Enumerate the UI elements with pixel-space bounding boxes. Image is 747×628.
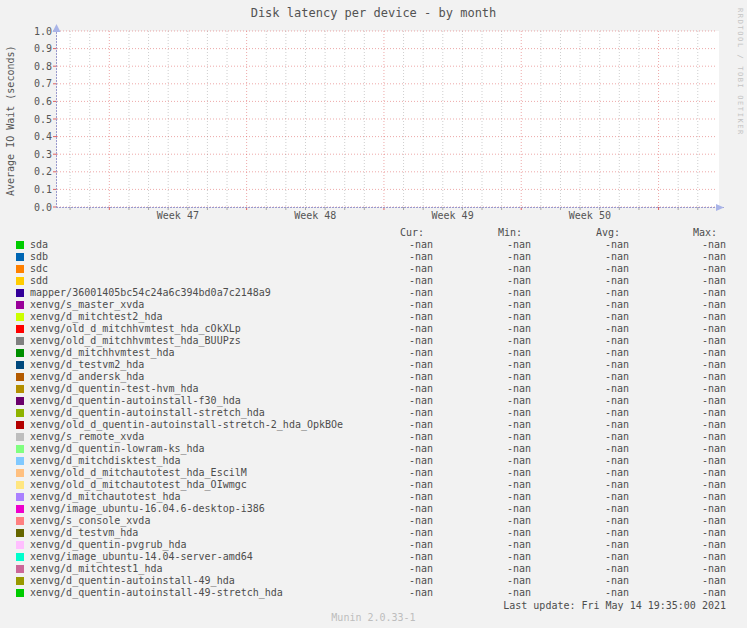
y-axis-arrow-icon bbox=[53, 24, 61, 32]
series-color-swatch bbox=[16, 589, 24, 597]
series-max-value: -nan bbox=[606, 407, 726, 419]
series-color-swatch bbox=[16, 265, 24, 273]
series-max-value: -nan bbox=[606, 563, 726, 575]
legend-row: xenvg/d_mitchhvmtest_hda -nan -nan -nan … bbox=[0, 347, 747, 359]
legend-row: xenvg/old_d_mitchautotest_hda_EscilM -na… bbox=[0, 467, 747, 479]
legend-row: xenvg/d_testvm2_hda -nan -nan -nan -nan bbox=[0, 359, 747, 371]
series-color-swatch bbox=[16, 301, 24, 309]
y-axis-tick-label: 0.6 bbox=[26, 96, 52, 107]
legend-row: xenvg/old_d_mitchautotest_hda_OIwmgc -na… bbox=[0, 479, 747, 491]
munin-version-text: Munin 2.0.33-1 bbox=[0, 612, 747, 623]
series-label: xenvg/image_ubuntu-14.04-server-amd64 bbox=[30, 551, 253, 563]
series-color-swatch bbox=[16, 553, 24, 561]
series-max-value: -nan bbox=[606, 515, 726, 527]
series-max-value: -nan bbox=[606, 575, 726, 587]
series-label: xenvg/d_andersk_hda bbox=[30, 371, 144, 383]
legend-row: xenvg/d_quentin-lowram-ks_hda -nan -nan … bbox=[0, 443, 747, 455]
series-color-swatch bbox=[16, 277, 24, 285]
y-axis-tick-label: 0.9 bbox=[26, 43, 52, 54]
series-label: xenvg/image_ubuntu-16.04.6-desktop-i386 bbox=[30, 503, 265, 515]
series-color-swatch bbox=[16, 481, 24, 489]
series-max-value: -nan bbox=[606, 395, 726, 407]
series-label: xenvg/old_d_mitchautotest_hda_OIwmgc bbox=[30, 479, 247, 491]
series-max-value: -nan bbox=[606, 347, 726, 359]
legend-row: xenvg/d_quentin-autoinstall-49_hda -nan … bbox=[0, 575, 747, 587]
x-axis-tick-label: Week 48 bbox=[270, 210, 360, 221]
legend-row: xenvg/old_d_quentin-autoinstall-stretch-… bbox=[0, 419, 747, 431]
legend-row: xenvg/d_andersk_hda -nan -nan -nan -nan bbox=[0, 371, 747, 383]
series-color-swatch bbox=[16, 289, 24, 297]
munin-disk-latency-graph: Disk latency per device - by month RRDTO… bbox=[0, 0, 747, 628]
series-color-swatch bbox=[16, 325, 24, 333]
legend-row: sdd -nan -nan -nan -nan bbox=[0, 275, 747, 287]
series-color-swatch bbox=[16, 253, 24, 261]
y-axis-label: Average IO Wait (seconds) bbox=[5, 45, 16, 196]
legend-row: sdb -nan -nan -nan -nan bbox=[0, 251, 747, 263]
series-label: xenvg/d_quentin-autoinstall-49-stretch_h… bbox=[30, 587, 283, 599]
series-max-value: -nan bbox=[606, 491, 726, 503]
series-label: sdc bbox=[30, 263, 48, 275]
series-color-swatch bbox=[16, 397, 24, 405]
series-max-value: -nan bbox=[606, 275, 726, 287]
series-label: xenvg/old_d_quentin-autoinstall-stretch-… bbox=[30, 419, 343, 431]
series-max-value: -nan bbox=[606, 263, 726, 275]
series-label: xenvg/old_d_mitchhvmtest_hda_BUUPzs bbox=[30, 335, 241, 347]
legend-row: xenvg/d_mitchtest1_hda -nan -nan -nan -n… bbox=[0, 563, 747, 575]
series-max-value: -nan bbox=[606, 539, 726, 551]
series-label: sdb bbox=[30, 251, 48, 263]
series-label: xenvg/s_remote_xvda bbox=[30, 431, 144, 443]
legend-row: xenvg/d_mitchtest2_hda -nan -nan -nan -n… bbox=[0, 311, 747, 323]
series-max-value: -nan bbox=[606, 359, 726, 371]
series-label: xenvg/d_mitchautotest_hda bbox=[30, 491, 181, 503]
legend-row: xenvg/d_quentin-autoinstall-f30_hda -nan… bbox=[0, 395, 747, 407]
series-color-swatch bbox=[16, 517, 24, 525]
series-max-value: -nan bbox=[606, 431, 726, 443]
series-max-value: -nan bbox=[606, 383, 726, 395]
series-max-value: -nan bbox=[606, 479, 726, 491]
legend-row: xenvg/d_mitchautotest_hda -nan -nan -nan… bbox=[0, 491, 747, 503]
legend-row: xenvg/image_ubuntu-16.04.6-desktop-i386 … bbox=[0, 503, 747, 515]
series-max-value: -nan bbox=[606, 299, 726, 311]
legend-row: xenvg/d_testvm_hda -nan -nan -nan -nan bbox=[0, 527, 747, 539]
x-axis-tick-label: Week 47 bbox=[133, 210, 223, 221]
x-axis-arrow-icon bbox=[716, 204, 724, 211]
series-color-swatch bbox=[16, 385, 24, 393]
legend-row: xenvg/s_console_xvda -nan -nan -nan -nan bbox=[0, 515, 747, 527]
y-axis-tick-label: 1.0 bbox=[26, 26, 52, 37]
series-max-value: -nan bbox=[606, 527, 726, 539]
series-label: xenvg/d_quentin-autoinstall-f30_hda bbox=[30, 395, 241, 407]
series-max-value: -nan bbox=[606, 503, 726, 515]
series-label: xenvg/d_mitchtest1_hda bbox=[30, 563, 162, 575]
series-color-swatch bbox=[16, 457, 24, 465]
series-color-swatch bbox=[16, 541, 24, 549]
chart-title: Disk latency per device - by month bbox=[0, 6, 747, 20]
series-label: xenvg/d_mitchtest2_hda bbox=[30, 311, 162, 323]
legend-row: sda -nan -nan -nan -nan bbox=[0, 239, 747, 251]
series-color-swatch bbox=[16, 445, 24, 453]
legend-row: xenvg/s_remote_xvda -nan -nan -nan -nan bbox=[0, 431, 747, 443]
legend-row: sdc -nan -nan -nan -nan bbox=[0, 263, 747, 275]
series-label: xenvg/d_quentin-autoinstall-49_hda bbox=[30, 575, 235, 587]
series-label: xenvg/d_testvm_hda bbox=[30, 527, 138, 539]
series-color-swatch bbox=[16, 337, 24, 345]
series-label: xenvg/d_quentin-test-hvm_hda bbox=[30, 383, 199, 395]
series-label: xenvg/old_d_mitchhvmtest_hda_cOkXLp bbox=[30, 323, 241, 335]
series-max-value: -nan bbox=[606, 323, 726, 335]
series-label: xenvg/d_quentin-pvgrub_hda bbox=[30, 539, 187, 551]
legend-row: xenvg/old_d_mitchhvmtest_hda_BUUPzs -nan… bbox=[0, 335, 747, 347]
series-label: xenvg/old_d_mitchautotest_hda_EscilM bbox=[30, 467, 247, 479]
series-label: xenvg/d_mitchdisktest_hda bbox=[30, 455, 181, 467]
legend-row: xenvg/old_d_mitchhvmtest_hda_cOkXLp -nan… bbox=[0, 323, 747, 335]
series-color-swatch bbox=[16, 505, 24, 513]
series-color-swatch bbox=[16, 409, 24, 417]
legend-row: xenvg/d_mitchdisktest_hda -nan -nan -nan… bbox=[0, 455, 747, 467]
chart-grid bbox=[49, 23, 741, 223]
series-label: xenvg/d_testvm2_hda bbox=[30, 359, 144, 371]
series-label: sdd bbox=[30, 275, 48, 287]
x-axis-tick-label: Week 49 bbox=[408, 210, 498, 221]
series-max-value: -nan bbox=[606, 335, 726, 347]
series-label: sda bbox=[30, 239, 48, 251]
series-max-value: -nan bbox=[606, 419, 726, 431]
series-label: xenvg/d_quentin-autoinstall-stretch_hda bbox=[30, 407, 265, 419]
y-axis-tick-label: 0.5 bbox=[26, 114, 52, 125]
